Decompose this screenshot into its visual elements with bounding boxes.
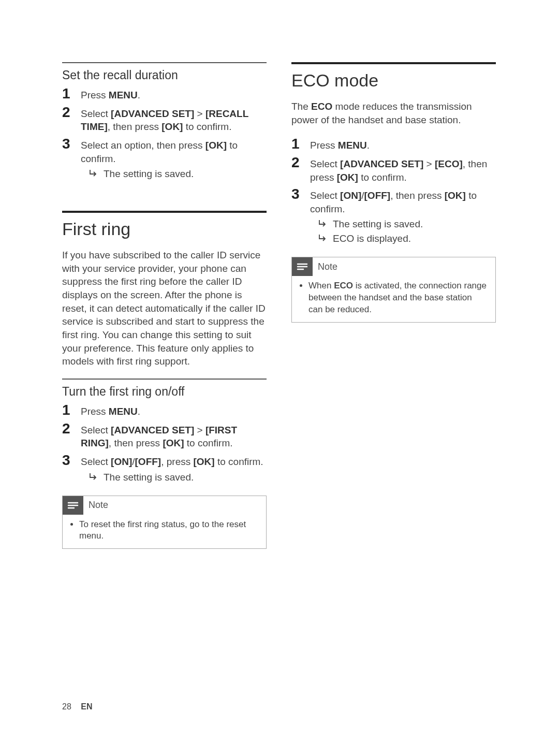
- manual-page: Set the recall duration 1 Press MENU. 2 …: [0, 0, 559, 756]
- step-number: 2: [291, 155, 303, 170]
- first-ring-sub-title: Turn the first ring on/off: [62, 385, 267, 399]
- step-result: The setting is saved.: [318, 219, 496, 230]
- step-number: 2: [62, 421, 73, 436]
- step-text: Press MENU.: [310, 137, 496, 152]
- result-arrow-icon: [318, 219, 328, 228]
- note-label: Note: [89, 500, 108, 511]
- note-label: Note: [318, 261, 337, 272]
- step-row: 1 Press MENU.: [291, 137, 496, 152]
- result-arrow-icon: [318, 233, 328, 242]
- step-text: Select [ADVANCED SET] > [ECO], then pres…: [310, 155, 496, 184]
- step-text: Select [ON]/[OFF], press [OK] to confirm…: [81, 453, 267, 469]
- note-header: Note: [292, 257, 495, 276]
- step-number: 3: [62, 453, 73, 468]
- divider: [62, 62, 267, 63]
- eco-mode-heading: ECO mode: [291, 70, 496, 91]
- divider: [62, 379, 267, 380]
- step-row: 2 Select [ADVANCED SET] > [RECALL TIME],…: [62, 105, 267, 134]
- note-item: To reset the first ring status, go to th…: [79, 519, 259, 543]
- page-footer: 28 EN: [62, 702, 92, 711]
- step-number: 2: [62, 105, 73, 120]
- note-box: Note When ECO is activated, the connecti…: [291, 257, 496, 323]
- step-result: The setting is saved.: [89, 472, 267, 483]
- note-body: To reset the first ring status, go to th…: [63, 515, 266, 549]
- step-number: 3: [291, 187, 303, 201]
- step-number: 3: [62, 137, 73, 151]
- step-text: Select [ADVANCED SET] > [FIRST RING], th…: [81, 421, 267, 450]
- step-text: Press MENU.: [81, 86, 267, 102]
- first-ring-heading: First ring: [62, 219, 267, 239]
- result-text: The setting is saved.: [104, 168, 194, 180]
- result-text: The setting is saved.: [333, 219, 423, 230]
- left-column: Set the recall duration 1 Press MENU. 2 …: [62, 62, 267, 549]
- step-row: 1 Press MENU.: [62, 403, 267, 418]
- result-text: ECO is displayed.: [333, 233, 411, 244]
- step-text: Select [ADVANCED SET] > [RECALL TIME], t…: [81, 105, 267, 134]
- recall-duration-title: Set the recall duration: [62, 68, 267, 82]
- step-number: 1: [291, 137, 303, 151]
- divider: [62, 211, 267, 213]
- note-body: When ECO is activated, the connection ra…: [292, 276, 495, 322]
- right-column: ECO mode The ECO mode reduces the transm…: [291, 62, 496, 549]
- recall-steps: 1 Press MENU. 2 Select [ADVANCED SET] > …: [62, 86, 267, 180]
- eco-steps: 1 Press MENU. 2 Select [ADVANCED SET] > …: [291, 137, 496, 244]
- step-text: Select [ON]/[OFF], then press [OK] to co…: [310, 187, 496, 215]
- note-header: Note: [63, 496, 266, 515]
- step-text: Press MENU.: [81, 403, 267, 418]
- note-icon: [292, 257, 313, 276]
- note-box: Note To reset the first ring status, go …: [62, 496, 267, 549]
- step-row: 2 Select [ADVANCED SET] > [FIRST RING], …: [62, 421, 267, 450]
- step-row: 2 Select [ADVANCED SET] > [ECO], then pr…: [291, 155, 496, 184]
- page-language: EN: [81, 702, 92, 711]
- step-row: 3 Select [ON]/[OFF], then press [OK] to …: [291, 187, 496, 215]
- eco-paragraph: The ECO mode reduces the transmission po…: [291, 100, 496, 126]
- divider: [291, 62, 496, 64]
- step-number: 1: [62, 403, 73, 417]
- step-text: Select an option, then press [OK] to con…: [81, 137, 267, 165]
- note-icon: [63, 496, 83, 515]
- step-row: 3 Select an option, then press [OK] to c…: [62, 137, 267, 165]
- result-arrow-icon: [89, 472, 98, 481]
- step-result: ECO is displayed.: [318, 233, 496, 244]
- step-number: 1: [62, 86, 73, 101]
- note-item: When ECO is activated, the connection ra…: [308, 280, 488, 316]
- result-text: The setting is saved.: [104, 472, 194, 483]
- step-row: 3 Select [ON]/[OFF], press [OK] to confi…: [62, 453, 267, 469]
- result-arrow-icon: [89, 168, 98, 178]
- page-number: 28: [62, 702, 71, 711]
- step-row: 1 Press MENU.: [62, 86, 267, 102]
- first-ring-steps: 1 Press MENU. 2 Select [ADVANCED SET] > …: [62, 403, 267, 483]
- first-ring-paragraph: If you have subscribed to the caller ID …: [62, 249, 267, 368]
- step-result: The setting is saved.: [89, 168, 267, 180]
